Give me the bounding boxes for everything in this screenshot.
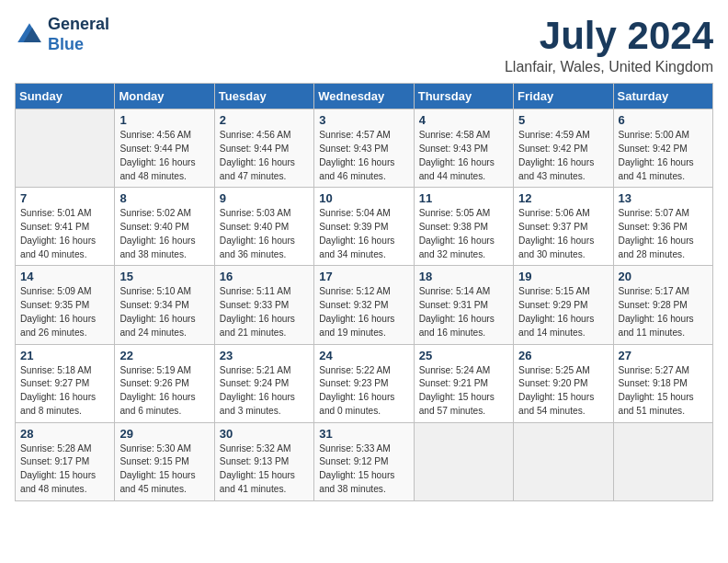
day-number: 31 xyxy=(319,427,408,441)
calendar-day-cell: 7Sunrise: 5:01 AMSunset: 9:41 PMDaylight… xyxy=(16,188,115,266)
day-info: Sunrise: 5:21 AMSunset: 9:24 PMDaylight:… xyxy=(220,364,309,419)
calendar-day-cell: 28Sunrise: 5:28 AMSunset: 9:17 PMDayligh… xyxy=(16,422,115,500)
calendar-day-cell: 12Sunrise: 5:06 AMSunset: 9:37 PMDayligh… xyxy=(514,188,613,266)
calendar-day-cell: 17Sunrise: 5:12 AMSunset: 9:32 PMDayligh… xyxy=(314,266,414,344)
weekday-header: Wednesday xyxy=(314,84,414,109)
month-title: July 2024 xyxy=(505,15,713,57)
day-number: 6 xyxy=(619,113,708,127)
day-number: 8 xyxy=(119,191,209,205)
day-number: 29 xyxy=(119,427,209,441)
calendar-day-cell: 16Sunrise: 5:11 AMSunset: 9:33 PMDayligh… xyxy=(214,266,313,344)
day-number: 16 xyxy=(220,270,309,283)
day-info: Sunrise: 5:19 AMSunset: 9:26 PMDaylight:… xyxy=(119,364,209,419)
day-info: Sunrise: 5:10 AMSunset: 9:34 PMDaylight:… xyxy=(119,285,209,339)
day-info: Sunrise: 5:00 AMSunset: 9:42 PMDaylight:… xyxy=(619,129,708,183)
calendar-day-cell: 18Sunrise: 5:14 AMSunset: 9:31 PMDayligh… xyxy=(414,266,513,344)
day-number: 1 xyxy=(119,113,209,127)
day-info: Sunrise: 5:27 AMSunset: 9:18 PMDaylight:… xyxy=(619,364,708,419)
calendar-day-cell: 10Sunrise: 5:04 AMSunset: 9:39 PMDayligh… xyxy=(314,188,414,266)
calendar-day-cell: 20Sunrise: 5:17 AMSunset: 9:28 PMDayligh… xyxy=(613,266,712,344)
day-number: 18 xyxy=(419,270,508,283)
day-info: Sunrise: 5:32 AMSunset: 9:13 PMDaylight:… xyxy=(220,442,309,497)
calendar-day-cell: 19Sunrise: 5:15 AMSunset: 9:29 PMDayligh… xyxy=(514,266,613,344)
day-info: Sunrise: 5:09 AMSunset: 9:35 PMDaylight:… xyxy=(20,285,109,339)
calendar-day-cell: 21Sunrise: 5:18 AMSunset: 9:27 PMDayligh… xyxy=(16,344,115,422)
day-number: 4 xyxy=(419,113,508,127)
day-info: Sunrise: 5:12 AMSunset: 9:32 PMDaylight:… xyxy=(319,285,408,339)
calendar-table: SundayMondayTuesdayWednesdayThursdayFrid… xyxy=(15,83,713,501)
day-info: Sunrise: 5:04 AMSunset: 9:39 PMDaylight:… xyxy=(319,207,408,261)
calendar-week-row: 1Sunrise: 4:56 AMSunset: 9:44 PMDaylight… xyxy=(16,109,713,188)
day-info: Sunrise: 5:05 AMSunset: 9:38 PMDaylight:… xyxy=(419,207,508,261)
title-block: July 2024 Llanfair, Wales, United Kingdo… xyxy=(505,15,713,75)
day-info: Sunrise: 5:11 AMSunset: 9:33 PMDaylight:… xyxy=(220,285,309,339)
day-info: Sunrise: 5:07 AMSunset: 9:36 PMDaylight:… xyxy=(619,207,708,261)
calendar-day-cell: 15Sunrise: 5:10 AMSunset: 9:34 PMDayligh… xyxy=(115,266,214,344)
day-number: 12 xyxy=(518,191,608,205)
day-number: 19 xyxy=(518,270,608,283)
calendar-day-cell: 9Sunrise: 5:03 AMSunset: 9:40 PMDaylight… xyxy=(214,188,313,266)
calendar-day-cell: 30Sunrise: 5:32 AMSunset: 9:13 PMDayligh… xyxy=(214,422,313,500)
day-number: 26 xyxy=(518,349,608,362)
day-number: 27 xyxy=(619,349,708,362)
day-info: Sunrise: 5:17 AMSunset: 9:28 PMDaylight:… xyxy=(619,285,708,339)
day-number: 30 xyxy=(220,427,309,441)
calendar-day-cell: 1Sunrise: 4:56 AMSunset: 9:44 PMDaylight… xyxy=(115,109,214,188)
day-number: 17 xyxy=(319,270,408,283)
day-info: Sunrise: 5:01 AMSunset: 9:41 PMDaylight:… xyxy=(20,207,109,261)
logo-icon xyxy=(15,20,44,50)
day-info: Sunrise: 4:57 AMSunset: 9:43 PMDaylight:… xyxy=(319,129,408,183)
calendar-day-cell: 5Sunrise: 4:59 AMSunset: 9:42 PMDaylight… xyxy=(514,109,613,188)
day-number: 28 xyxy=(20,427,109,441)
logo-line2: Blue xyxy=(48,35,109,55)
calendar-day-cell: 23Sunrise: 5:21 AMSunset: 9:24 PMDayligh… xyxy=(214,344,313,422)
day-number: 15 xyxy=(119,270,209,283)
day-number: 13 xyxy=(619,191,708,205)
calendar-day-cell xyxy=(514,422,613,500)
calendar-day-cell: 4Sunrise: 4:58 AMSunset: 9:43 PMDaylight… xyxy=(414,109,513,188)
day-info: Sunrise: 5:24 AMSunset: 9:21 PMDaylight:… xyxy=(419,364,508,419)
location: Llanfair, Wales, United Kingdom xyxy=(505,59,713,75)
calendar-week-row: 21Sunrise: 5:18 AMSunset: 9:27 PMDayligh… xyxy=(16,344,713,422)
day-number: 10 xyxy=(319,191,408,205)
day-info: Sunrise: 4:56 AMSunset: 9:44 PMDaylight:… xyxy=(119,129,209,183)
logo-line1: General xyxy=(48,15,109,35)
calendar-day-cell: 2Sunrise: 4:56 AMSunset: 9:44 PMDaylight… xyxy=(214,109,313,188)
day-info: Sunrise: 5:33 AMSunset: 9:12 PMDaylight:… xyxy=(319,442,408,497)
calendar-day-cell: 6Sunrise: 5:00 AMSunset: 9:42 PMDaylight… xyxy=(613,109,712,188)
day-info: Sunrise: 4:56 AMSunset: 9:44 PMDaylight:… xyxy=(220,129,309,183)
day-info: Sunrise: 5:15 AMSunset: 9:29 PMDaylight:… xyxy=(518,285,608,339)
day-number: 7 xyxy=(20,191,109,205)
logo-text: General Blue xyxy=(48,15,109,54)
day-info: Sunrise: 5:14 AMSunset: 9:31 PMDaylight:… xyxy=(419,285,508,339)
day-number: 23 xyxy=(220,349,309,362)
calendar-week-row: 14Sunrise: 5:09 AMSunset: 9:35 PMDayligh… xyxy=(16,266,713,344)
logo: General Blue xyxy=(15,15,109,54)
day-number: 25 xyxy=(419,349,508,362)
weekday-header: Tuesday xyxy=(214,84,313,109)
calendar-day-cell: 26Sunrise: 5:25 AMSunset: 9:20 PMDayligh… xyxy=(514,344,613,422)
day-info: Sunrise: 5:22 AMSunset: 9:23 PMDaylight:… xyxy=(319,364,408,419)
calendar-day-cell: 22Sunrise: 5:19 AMSunset: 9:26 PMDayligh… xyxy=(115,344,214,422)
day-number: 5 xyxy=(518,113,608,127)
weekday-header: Monday xyxy=(115,84,214,109)
calendar-day-cell: 11Sunrise: 5:05 AMSunset: 9:38 PMDayligh… xyxy=(414,188,513,266)
calendar-day-cell xyxy=(613,422,712,500)
day-info: Sunrise: 5:28 AMSunset: 9:17 PMDaylight:… xyxy=(20,442,109,497)
day-number: 22 xyxy=(119,349,209,362)
day-number: 2 xyxy=(220,113,309,127)
day-info: Sunrise: 5:25 AMSunset: 9:20 PMDaylight:… xyxy=(518,364,608,419)
day-info: Sunrise: 4:58 AMSunset: 9:43 PMDaylight:… xyxy=(419,129,508,183)
weekday-header: Friday xyxy=(514,84,613,109)
weekday-header: Saturday xyxy=(613,84,712,109)
page-header: General Blue July 2024 Llanfair, Wales, … xyxy=(15,15,713,75)
day-info: Sunrise: 5:18 AMSunset: 9:27 PMDaylight:… xyxy=(20,364,109,419)
calendar-day-cell: 8Sunrise: 5:02 AMSunset: 9:40 PMDaylight… xyxy=(115,188,214,266)
day-number: 21 xyxy=(20,349,109,362)
day-info: Sunrise: 5:03 AMSunset: 9:40 PMDaylight:… xyxy=(220,207,309,261)
day-number: 11 xyxy=(419,191,508,205)
calendar-day-cell: 14Sunrise: 5:09 AMSunset: 9:35 PMDayligh… xyxy=(16,266,115,344)
calendar-day-cell: 29Sunrise: 5:30 AMSunset: 9:15 PMDayligh… xyxy=(115,422,214,500)
calendar-week-row: 7Sunrise: 5:01 AMSunset: 9:41 PMDaylight… xyxy=(16,188,713,266)
weekday-header: Thursday xyxy=(414,84,513,109)
